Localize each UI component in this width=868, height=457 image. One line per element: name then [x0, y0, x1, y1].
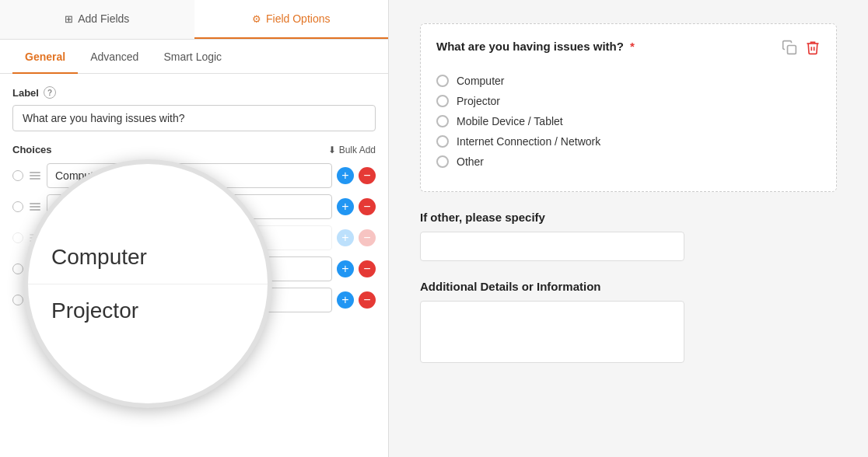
choice-add-1[interactable]: +: [337, 167, 354, 184]
choice-add-5[interactable]: +: [337, 291, 354, 309]
if-other-section: If other, please specify: [420, 211, 837, 261]
left-panel: ⊞ Add Fields ⚙ Field Options General Adv…: [0, 0, 389, 457]
label-text: Label: [12, 87, 39, 99]
tab-smart-logic[interactable]: Smart Logic: [151, 40, 234, 74]
choice-radio-3: [12, 232, 23, 243]
if-other-title: If other, please specify: [420, 211, 837, 224]
preview-radio-1: [436, 75, 449, 87]
choices-header: Choices ⬇ Bulk Add: [12, 144, 376, 155]
help-icon[interactable]: ?: [44, 86, 56, 99]
preview-option-label-1: Computer: [457, 75, 504, 87]
choice-remove-1[interactable]: −: [359, 167, 376, 184]
choice-remove-4[interactable]: −: [359, 260, 376, 277]
magnify-overlay: Computer Projector: [23, 159, 272, 408]
magnify-item-1: Computer: [28, 231, 268, 284]
add-fields-icon: ⊞: [65, 13, 73, 25]
delete-button[interactable]: [805, 40, 821, 59]
if-other-input-preview: [420, 232, 684, 261]
label-input[interactable]: [12, 105, 376, 131]
choice-remove-2[interactable]: −: [359, 198, 376, 215]
field-options-label: Field Options: [266, 12, 330, 25]
tab-general[interactable]: General: [12, 40, 78, 74]
copy-button[interactable]: [782, 40, 797, 59]
bulk-add-label: Bulk Add: [339, 145, 376, 155]
tab-field-options[interactable]: ⚙ Field Options: [194, 0, 389, 39]
label-row: Label ?: [12, 86, 376, 99]
choice-remove-3[interactable]: −: [359, 229, 376, 246]
tab-add-fields[interactable]: ⊞ Add Fields: [0, 0, 194, 39]
bulk-add-icon: ⬇: [328, 145, 336, 155]
additional-details-textarea-preview: [420, 301, 684, 363]
svg-rect-0: [788, 46, 796, 54]
choice-radio-5: [12, 295, 23, 305]
choice-add-3[interactable]: +: [337, 229, 354, 246]
preview-radio-5: [436, 155, 449, 168]
choice-radio-4: [12, 263, 23, 274]
drag-handle-1[interactable]: [28, 170, 42, 181]
preview-option-label-5: Other: [457, 155, 484, 168]
choice-add-2[interactable]: +: [337, 198, 354, 215]
additional-details-section: Additional Details or Information: [420, 280, 837, 363]
add-fields-label: Add Fields: [78, 12, 129, 25]
preview-option-1: Computer: [436, 75, 821, 87]
tab-advanced[interactable]: Advanced: [78, 40, 151, 74]
additional-details-title: Additional Details or Information: [420, 280, 837, 293]
right-panel: What are you having issues with? *: [389, 0, 868, 457]
panel-content: Label ? Choices ⬇ Bulk Add + −: [0, 74, 388, 457]
preview-radio-4: [436, 135, 449, 148]
preview-radio-3: [436, 115, 449, 127]
choice-radio-2: [12, 201, 23, 212]
choice-radio-1: [12, 170, 23, 181]
preview-option-2: Projector: [436, 95, 821, 107]
sub-tabs: General Advanced Smart Logic: [0, 40, 388, 74]
field-options-icon: ⚙: [252, 13, 261, 25]
preview-option-label-3: Mobile Device / Tablet: [457, 115, 563, 127]
choice-remove-5[interactable]: −: [359, 291, 376, 309]
top-tabs: ⊞ Add Fields ⚙ Field Options: [0, 0, 388, 40]
preview-option-4: Internet Connection / Network: [436, 135, 821, 148]
form-question: What are you having issues with? *: [436, 40, 635, 53]
preview-option-label-4: Internet Connection / Network: [457, 135, 600, 148]
preview-option-5: Other: [436, 155, 821, 168]
required-star: *: [630, 40, 635, 53]
drag-handle-2[interactable]: [28, 201, 42, 212]
question-preview-section: What are you having issues with? *: [420, 23, 837, 192]
magnify-item-2: Projector: [28, 284, 268, 337]
form-preview-header: What are you having issues with? *: [436, 40, 821, 64]
bulk-add-button[interactable]: ⬇ Bulk Add: [328, 145, 376, 155]
choices-label: Choices: [12, 144, 52, 155]
preview-radio-2: [436, 95, 449, 107]
preview-option-3: Mobile Device / Tablet: [436, 115, 821, 127]
choice-add-4[interactable]: +: [337, 260, 354, 277]
preview-option-label-2: Projector: [457, 95, 500, 107]
